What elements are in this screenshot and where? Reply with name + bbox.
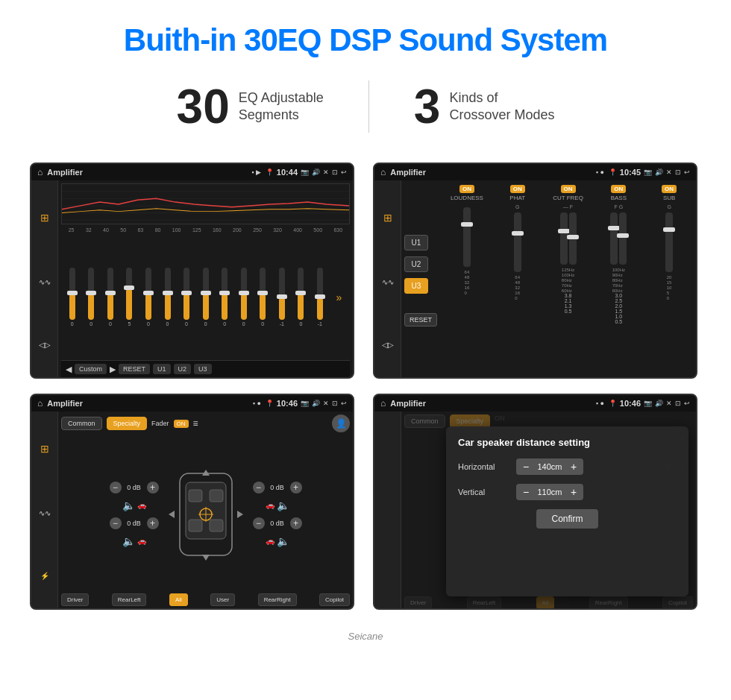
right-front-plus[interactable]: + bbox=[290, 482, 302, 494]
eq-slider-6[interactable]: 0 bbox=[165, 268, 171, 327]
user-button[interactable]: User bbox=[210, 593, 235, 606]
eq-vol-icon[interactable]: ◁▷ bbox=[39, 341, 51, 349]
phat-on[interactable]: ON bbox=[510, 185, 525, 193]
home-icon-3[interactable]: ⌂ bbox=[37, 398, 43, 409]
eq-slider-5[interactable]: 0 bbox=[145, 268, 151, 327]
right-speaker-controls: − 0 dB + 🚗 🔈 − 0 dB + bbox=[253, 482, 302, 547]
u2-button[interactable]: U2 bbox=[174, 364, 192, 374]
right-front-minus[interactable]: − bbox=[253, 482, 265, 494]
all-button[interactable]: All bbox=[169, 593, 188, 606]
loudness-freq-labels: 644832160 bbox=[465, 270, 470, 295]
user-profile-icon[interactable]: 👤 bbox=[332, 414, 350, 432]
vertical-plus[interactable]: + bbox=[568, 486, 579, 498]
pin-icon: 📍 bbox=[266, 168, 274, 176]
cutfreq-slider1[interactable] bbox=[560, 212, 568, 265]
left-rear-plus[interactable]: + bbox=[147, 517, 159, 529]
u1-xover-button[interactable]: U1 bbox=[404, 235, 428, 250]
status-icons-3: 📍 10:46 📷 🔊 ✕ ⊡ ↩ bbox=[266, 399, 347, 408]
sub-slider[interactable] bbox=[665, 212, 673, 272]
volume-icon-4: 🔊 bbox=[655, 400, 663, 407]
close-icon: ✕ bbox=[323, 168, 329, 176]
eq-slider-9[interactable]: 0 bbox=[222, 268, 228, 327]
reset-button[interactable]: RESET bbox=[119, 364, 150, 374]
speaker-bt-icon[interactable]: ⚡ bbox=[40, 572, 49, 580]
volume-icon-3: 🔊 bbox=[312, 400, 320, 407]
window-icon: ⊡ bbox=[332, 168, 338, 176]
eq-controls: ◀ Custom ▶ RESET U1 U2 U3 bbox=[61, 360, 350, 377]
custom-label: Custom bbox=[75, 364, 107, 374]
bass-on[interactable]: ON bbox=[611, 185, 626, 193]
eq-slider-1[interactable]: 0 bbox=[69, 268, 75, 327]
driver-button[interactable]: Driver bbox=[61, 593, 89, 606]
copilot-button[interactable]: Copilot bbox=[319, 593, 350, 606]
xover-inner: ⊞ ∿∿ ◁▷ U1 U2 U3 RESET ON LOUDNESS bbox=[374, 180, 696, 379]
vertical-minus[interactable]: − bbox=[521, 486, 531, 498]
eq-slider-12[interactable]: -1 bbox=[279, 268, 285, 327]
bass-slider1[interactable] bbox=[610, 212, 618, 265]
eq-slider-7[interactable]: 0 bbox=[183, 268, 189, 327]
loudness-on[interactable]: ON bbox=[459, 185, 474, 193]
eq-slider-10[interactable]: 0 bbox=[241, 268, 247, 327]
eq-slider-11[interactable]: 0 bbox=[260, 268, 266, 327]
xover-reset-button[interactable]: RESET bbox=[404, 313, 437, 327]
confirm-button[interactable]: Confirm bbox=[536, 509, 597, 529]
home-icon-4[interactable]: ⌂ bbox=[380, 398, 386, 409]
speaker-wave-icon[interactable]: ∿∿ bbox=[39, 509, 51, 517]
fader-on-badge[interactable]: ON bbox=[174, 420, 189, 428]
u2-xover-button[interactable]: U2 bbox=[404, 256, 428, 272]
left-front-minus[interactable]: − bbox=[110, 482, 122, 494]
expand-icon[interactable]: » bbox=[336, 291, 342, 303]
u3-xover-button[interactable]: U3 bbox=[404, 278, 428, 294]
rearleft-btn-bg: RearLeft bbox=[467, 596, 502, 609]
eq-slider-4[interactable]: 5 bbox=[126, 268, 132, 327]
fader-control-icon[interactable]: ≡ bbox=[193, 418, 198, 429]
rear-left-button[interactable]: RearLeft bbox=[112, 593, 147, 606]
eq-slider-3[interactable]: 0 bbox=[107, 268, 113, 327]
cutfreq-slider2[interactable] bbox=[569, 212, 577, 265]
horizontal-plus[interactable]: + bbox=[568, 461, 579, 473]
channel-phat: ON PHAT G 644832160 bbox=[494, 185, 542, 376]
bass-slider2[interactable] bbox=[619, 212, 627, 265]
screen-eq-statusbar: ⌂ Amplifier ▪ ▶ 📍 10:44 📷 🔊 ✕ ⊡ ↩ bbox=[31, 164, 353, 180]
next-icon[interactable]: ▶ bbox=[110, 365, 116, 374]
home-icon[interactable]: ⌂ bbox=[37, 167, 43, 177]
eq-wave-icon[interactable]: ∿∿ bbox=[39, 278, 51, 286]
freq-160: 160 bbox=[213, 227, 222, 233]
freq-630: 630 bbox=[333, 227, 342, 233]
left-front-plus[interactable]: + bbox=[147, 482, 159, 494]
back-icon-3: ↩ bbox=[341, 400, 347, 407]
cutfreq-on[interactable]: ON bbox=[561, 185, 576, 193]
u3-button[interactable]: U3 bbox=[194, 364, 212, 374]
sub-label: SUB bbox=[663, 195, 675, 201]
fader-label: Fader bbox=[151, 420, 169, 427]
eq-slider-13[interactable]: 0 bbox=[298, 268, 304, 327]
eq-slider-2[interactable]: 0 bbox=[88, 268, 94, 327]
right-rear-plus[interactable]: + bbox=[290, 517, 302, 529]
xover-tune-icon[interactable]: ⊞ bbox=[383, 212, 392, 224]
eq-slider-14[interactable]: -1 bbox=[317, 268, 323, 327]
svg-rect-9 bbox=[189, 520, 202, 532]
speaker-tune-icon[interactable]: ⊞ bbox=[40, 443, 49, 455]
screen-crossover: ⌂ Amplifier ▪ ● 📍 10:45 📷 🔊 ✕ ⊡ ↩ ⊞ ∿∿ ◁… bbox=[373, 163, 697, 379]
xover-wave-icon[interactable]: ∿∿ bbox=[382, 278, 394, 286]
home-icon-2[interactable]: ⌂ bbox=[380, 167, 386, 177]
eq-slider-8[interactable]: 0 bbox=[203, 268, 209, 327]
left-rear-minus[interactable]: − bbox=[110, 517, 122, 529]
left-rear-car-icon: 🚗 bbox=[137, 537, 146, 545]
eq-tune-icon[interactable]: ⊞ bbox=[40, 212, 49, 224]
loudness-slider[interactable] bbox=[463, 207, 471, 267]
xover-vol-icon[interactable]: ◁▷ bbox=[382, 341, 394, 349]
status-icons-2: 📍 10:45 📷 🔊 ✕ ⊡ ↩ bbox=[609, 168, 690, 177]
rear-right-button[interactable]: RearRight bbox=[258, 593, 297, 606]
phat-slider[interactable] bbox=[514, 212, 521, 272]
u1-button[interactable]: U1 bbox=[153, 364, 171, 374]
right-rear-minus[interactable]: − bbox=[253, 517, 265, 529]
sub-on[interactable]: ON bbox=[662, 185, 677, 193]
prev-icon[interactable]: ◀ bbox=[66, 365, 72, 374]
record-icon-4: ▪ ● bbox=[596, 400, 604, 407]
common-tab[interactable]: Common bbox=[61, 417, 102, 430]
horizontal-minus[interactable]: − bbox=[521, 461, 531, 473]
eq-inner: ⊞ ∿∿ ◁▷ bbox=[31, 180, 353, 379]
specialty-tab[interactable]: Specialty bbox=[107, 417, 148, 430]
pin-icon-3: 📍 bbox=[266, 400, 274, 407]
